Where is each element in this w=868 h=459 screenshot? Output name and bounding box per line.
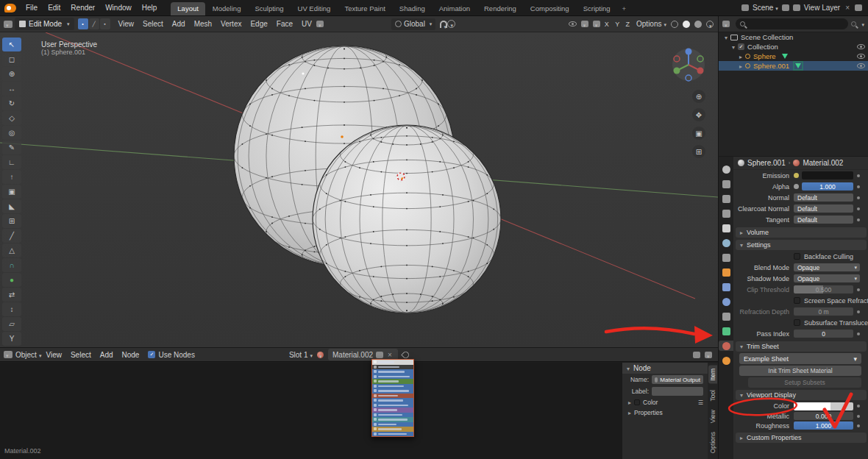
animate-dot-icon[interactable] [857, 332, 860, 335]
use-nodes-checkbox[interactable] [148, 351, 155, 358]
prop-tab-modifiers[interactable] [719, 282, 733, 292]
menu-face[interactable]: Face [272, 16, 297, 32]
outliner-row-sphere[interactable]: Sphere [719, 51, 868, 61]
slot-dropdown[interactable]: Slot 1 [289, 351, 313, 359]
overlays-icon[interactable] [705, 352, 712, 358]
tab-scripting[interactable]: Scripting [577, 2, 617, 15]
options-dropdown[interactable]: Options [636, 20, 666, 28]
pass-index-field[interactable]: 0 [794, 330, 853, 338]
menu-uv[interactable]: UV [297, 16, 316, 32]
presets-list-icon[interactable]: ☰ [698, 399, 703, 406]
menu-window[interactable]: Window [100, 0, 137, 15]
navigation-gizmo[interactable] [669, 46, 708, 84]
tool-annotate[interactable]: ✎ [2, 140, 21, 154]
animate-dot-icon[interactable] [857, 310, 860, 313]
filter-icon[interactable] [851, 21, 856, 26]
outliner-editor-type-icon[interactable] [722, 21, 730, 27]
prop-tab-collection[interactable] [719, 252, 733, 263]
outliner-row-scene-collection[interactable]: Scene Collection [719, 32, 868, 42]
menu-mesh[interactable]: Mesh [190, 16, 216, 32]
pin-icon[interactable] [401, 350, 410, 360]
tool-transform[interactable]: ◎ [2, 126, 21, 140]
menu-view[interactable]: View [114, 16, 139, 32]
animate-dot-icon[interactable] [857, 424, 860, 427]
prop-tab-object-data[interactable] [719, 326, 733, 336]
menu-item[interactable] [372, 432, 413, 437]
prop-tab-scene[interactable] [719, 223, 733, 233]
volume-panel-header[interactable]: Volume [736, 227, 867, 238]
animate-dot-icon[interactable] [857, 185, 860, 188]
example-sheet-dropdown[interactable]: Example Sheet▾ [739, 353, 861, 364]
blend-mode-dropdown[interactable]: Opaque▾ [794, 263, 860, 271]
tab-texture-paint[interactable]: Texture Paint [338, 2, 391, 15]
render-display-icon[interactable] [855, 4, 862, 11]
setup-subsets-button[interactable]: Setup Subsets [748, 377, 861, 388]
prop-tab-object[interactable] [719, 267, 733, 277]
menu-view[interactable]: View [41, 348, 66, 361]
hide-eye-icon[interactable] [857, 54, 865, 59]
tool-edge-slide[interactable]: ⇄ [2, 288, 21, 302]
view-layer-selector[interactable]: View Layer [804, 4, 840, 12]
tool-shrink-fatten[interactable]: ↕ [2, 302, 21, 316]
hide-eye-icon[interactable] [857, 63, 865, 68]
tool-move[interactable]: ↔ [2, 82, 21, 96]
animate-dot-icon[interactable] [857, 174, 860, 177]
trim-sheet-panel-header[interactable]: Trim Sheet [736, 341, 867, 352]
tangent-field[interactable]: Default [794, 216, 853, 224]
prop-tab-render[interactable] [719, 179, 733, 189]
properties-subpanel[interactable]: Properties [622, 408, 708, 418]
alpha-slider[interactable]: 1.000 [802, 182, 853, 191]
settings-panel-header[interactable]: Settings [736, 240, 867, 250]
use-nodes-toggle[interactable]: Use Nodes [148, 351, 194, 359]
tool-scale[interactable]: ◇ [2, 111, 21, 125]
menu-add[interactable]: Add [96, 348, 118, 361]
custom-properties-panel-header[interactable]: Custom Properties [736, 433, 867, 443]
animate-dot-icon[interactable] [857, 196, 860, 199]
expand-icon[interactable] [732, 43, 735, 51]
prop-tab-view-layer[interactable] [719, 208, 733, 218]
tab-layout[interactable]: Layout [171, 2, 205, 15]
expand-icon[interactable] [739, 52, 742, 60]
init-trim-sheet-button[interactable]: Init Trim Sheet Material [739, 366, 861, 376]
menu-node[interactable]: Node [118, 348, 144, 361]
tab-sculpting[interactable]: Sculpting [248, 2, 290, 15]
node-name-field[interactable]: Material Output [652, 375, 703, 384]
viewport-color-swatch[interactable] [794, 402, 853, 410]
menu-select[interactable]: Select [66, 348, 96, 361]
tab-animation[interactable]: Animation [433, 2, 477, 15]
transform-pivot-icon[interactable] [316, 21, 324, 27]
menu-help[interactable]: Help [137, 0, 163, 15]
menu-edit[interactable]: Edit [43, 0, 65, 15]
collection-checkbox[interactable] [738, 43, 744, 50]
backface-culling-checkbox[interactable] [794, 253, 800, 260]
menu-vertex[interactable]: Vertex [216, 16, 246, 32]
tool-extrude[interactable]: ↑ [2, 170, 21, 184]
face-select-button[interactable]: ▪ [100, 18, 110, 29]
tab-uv-editing[interactable]: UV Editing [291, 2, 338, 15]
tool-measure[interactable]: ∟ [2, 155, 21, 169]
roughness-slider[interactable]: 1.000 [794, 421, 853, 430]
mode-selector[interactable]: Edit Mode [15, 18, 74, 30]
tab-options[interactable]: Options [708, 429, 717, 456]
metallic-slider[interactable]: 0.000 [794, 412, 853, 420]
shading-material-icon[interactable] [694, 21, 702, 28]
animate-dot-icon[interactable] [857, 288, 860, 291]
editor-type-icon[interactable] [4, 351, 13, 358]
tab-rendering[interactable]: Rendering [477, 2, 523, 15]
tab-tool[interactable]: Tool [708, 387, 717, 405]
scene-selector[interactable]: Scene [753, 4, 778, 12]
vertex-select-button[interactable]: • [78, 18, 88, 29]
screen-space-refraction-checkbox[interactable] [794, 297, 800, 304]
tool-spin[interactable]: ∩ [2, 258, 21, 272]
prop-tab-physics[interactable] [719, 296, 733, 307]
shading-wireframe-icon[interactable] [671, 21, 678, 28]
edge-select-button[interactable]: ╱ [89, 18, 99, 29]
tool-loop-cut[interactable]: ⊞ [2, 214, 21, 228]
tool-tweak[interactable]: ↖ [2, 38, 21, 51]
node-panel-header[interactable]: Node [622, 363, 708, 374]
snapping-magnet-icon[interactable] [440, 21, 447, 28]
tool-poly-build[interactable]: △ [2, 243, 21, 257]
tab-view[interactable]: View [708, 407, 717, 426]
refraction-depth-field[interactable]: 0 m [794, 307, 853, 316]
show-hide-dropdown-icon[interactable] [569, 21, 577, 26]
